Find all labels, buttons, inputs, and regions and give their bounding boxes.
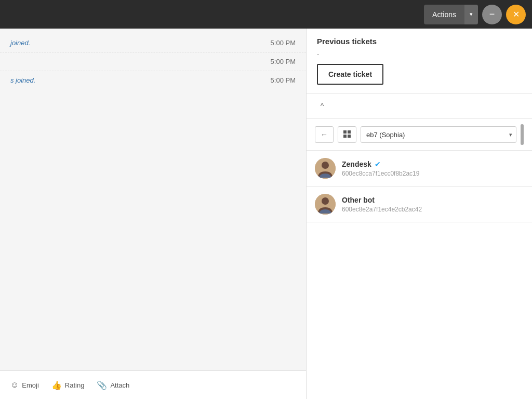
bot-selector-row: ← eb7 (Sophia) ▾ <box>307 119 532 151</box>
bot-name: Other bot <box>342 196 375 204</box>
bot-info: Other bot 600ec8e2a7f1ec4e2cb2ac42 <box>342 196 524 213</box>
list-item: joined. 5:00 PM <box>0 34 306 52</box>
chat-messages: joined. 5:00 PM 5:00 PM s joined. 5:00 P… <box>0 29 306 370</box>
tickets-title: Previous tickets <box>317 37 522 46</box>
collapse-button[interactable]: ^ <box>315 99 329 113</box>
rating-icon: 👍 <box>51 380 62 390</box>
message-time: 5:00 PM <box>271 58 296 65</box>
list-item[interactable]: Zendesk ✔ 600ec8cca7f1ecc0f8b2ac19 <box>307 151 532 187</box>
bot-id: 600ec8cca7f1ecc0f8b2ac19 <box>342 170 524 177</box>
minus-icon: − <box>489 9 495 20</box>
tickets-section: Previous tickets - Create ticket <box>307 29 532 94</box>
scrollbar-thumb <box>521 124 524 145</box>
bot-info: Zendesk ✔ 600ec8cca7f1ecc0f8b2ac19 <box>342 160 524 177</box>
tickets-empty: - <box>317 50 522 58</box>
svg-rect-1 <box>348 130 351 134</box>
attach-button[interactable]: 📎 Attach <box>97 380 129 390</box>
minimize-button[interactable]: − <box>482 5 502 24</box>
bot-avatar <box>315 194 336 215</box>
actions-label: Actions <box>424 10 464 19</box>
message-time: 5:00 PM <box>271 39 296 47</box>
bot-section: ^ ← eb7 (Sophia) <box>307 94 532 399</box>
chat-panel: joined. 5:00 PM 5:00 PM s joined. 5:00 P… <box>0 29 307 399</box>
close-button[interactable]: ✕ <box>506 5 526 24</box>
message-time: 5:00 PM <box>271 76 296 84</box>
list-item[interactable]: Other bot 600ec8e2a7f1ec4e2cb2ac42 <box>307 187 532 222</box>
emoji-icon: ☺ <box>10 380 19 390</box>
grid-view-button[interactable] <box>338 126 356 143</box>
right-panel: Previous tickets - Create ticket ^ ← <box>307 29 532 399</box>
bot-section-header: ^ <box>307 94 532 119</box>
svg-point-7 <box>322 197 329 205</box>
create-ticket-button[interactable]: Create ticket <box>317 64 383 85</box>
main-layout: joined. 5:00 PM 5:00 PM s joined. 5:00 P… <box>0 29 532 399</box>
bot-avatar <box>315 158 336 179</box>
attach-label: Attach <box>110 381 129 389</box>
back-button[interactable]: ← <box>315 126 334 143</box>
list-item: s joined. 5:00 PM <box>0 71 306 89</box>
bot-select-container: eb7 (Sophia) ▾ <box>361 126 516 143</box>
actions-dropdown[interactable]: Actions ▾ <box>424 5 478 24</box>
rating-label: Rating <box>65 381 85 389</box>
header-bar: Actions ▾ − ✕ <box>0 0 532 29</box>
svg-rect-3 <box>348 135 351 138</box>
actions-chevron-icon: ▾ <box>464 5 478 24</box>
list-item: 5:00 PM <box>0 52 306 71</box>
svg-point-5 <box>322 162 329 169</box>
rating-button[interactable]: 👍 Rating <box>51 380 85 390</box>
message-text: joined. <box>10 39 30 47</box>
grid-icon <box>343 130 351 140</box>
attach-icon: 📎 <box>97 380 107 390</box>
chevron-up-icon: ^ <box>321 102 324 110</box>
bot-name: Zendesk <box>342 160 371 168</box>
chat-footer: ☺ Emoji 👍 Rating 📎 Attach <box>0 370 306 399</box>
emoji-button[interactable]: ☺ Emoji <box>10 380 39 390</box>
emoji-label: Emoji <box>22 381 39 389</box>
message-text: s joined. <box>10 76 35 84</box>
close-icon: ✕ <box>513 9 520 19</box>
bot-id: 600ec8e2a7f1ec4e2cb2ac42 <box>342 206 524 213</box>
bot-select[interactable]: eb7 (Sophia) <box>361 126 516 143</box>
bot-list: Zendesk ✔ 600ec8cca7f1ecc0f8b2ac19 <box>307 151 532 399</box>
back-arrow-icon: ← <box>321 130 328 139</box>
scrollbar <box>521 124 524 145</box>
svg-rect-0 <box>343 130 347 134</box>
svg-rect-2 <box>343 135 347 138</box>
verified-icon: ✔ <box>375 160 381 168</box>
